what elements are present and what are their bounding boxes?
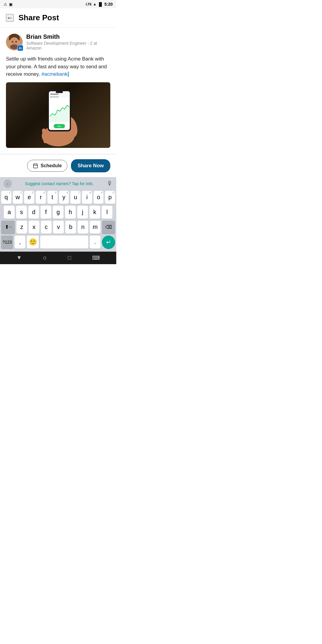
key-d[interactable]: d [28, 206, 39, 219]
share-now-button[interactable]: Share Now [71, 159, 110, 172]
key-f[interactable]: f [41, 206, 51, 219]
action-bar: Schedule Share Now [0, 154, 116, 177]
key-z[interactable]: z [16, 221, 27, 234]
emoji-key[interactable]: 🙂 [27, 236, 39, 249]
key-w[interactable]: w2 [13, 191, 23, 204]
keyboard-keys: q1 w2 e3 r4 t5 y6 u7 i8 o9 p0 a s d f g … [0, 190, 116, 249]
key-r[interactable]: r4 [36, 191, 46, 204]
key-p[interactable]: p0 [105, 191, 115, 204]
sim-icon: ▣ [9, 2, 13, 7]
svg-rect-23 [56, 91, 63, 93]
nav-keyboard-icon[interactable]: ⌨ [92, 255, 100, 261]
user-text: Brian Smith Software Development Enginee… [26, 33, 110, 50]
numbers-key[interactable]: ?123 [1, 236, 13, 249]
key-u[interactable]: u7 [70, 191, 80, 204]
time-display: 5:20 [104, 2, 113, 7]
linkedin-badge: in [17, 45, 23, 51]
status-bar: ⚠ ▣ LTE ▲ ▐▌ 5:20 [0, 0, 116, 8]
lte-icon: LTE [86, 2, 92, 6]
post-text[interactable]: Settle up with friends using Acme Bank w… [6, 55, 110, 78]
microphone-icon[interactable]: 🎙 [107, 180, 113, 187]
keyboard-area: › Suggest contact names? Tap for info. 🎙… [0, 177, 116, 252]
key-o[interactable]: o9 [94, 191, 104, 204]
page-header: ← Share Post [0, 8, 116, 27]
shift-key[interactable]: ⬆— [1, 221, 15, 234]
svg-point-5 [16, 41, 17, 42]
key-row-4: ?123 , 🙂 . ↵ [1, 236, 115, 249]
status-left-icons: ⚠ ▣ [4, 2, 13, 7]
key-b[interactable]: b [65, 221, 76, 234]
key-j[interactable]: j [77, 206, 88, 219]
key-v[interactable]: v [53, 221, 64, 234]
schedule-label: Schedule [41, 163, 62, 168]
key-l[interactable]: l [102, 206, 112, 219]
key-row-1: q1 w2 e3 r4 t5 y6 u7 i8 o9 p0 [1, 191, 115, 204]
svg-point-6 [14, 43, 15, 44]
key-e[interactable]: e3 [24, 191, 34, 204]
battery-icon: ▐▌ [98, 2, 103, 7]
bottom-nav: ▼ ○ □ ⌨ [0, 252, 116, 264]
backspace-key[interactable]: ⌫ [102, 221, 115, 234]
key-q[interactable]: q1 [1, 191, 11, 204]
key-a[interactable]: a [4, 206, 15, 219]
key-m[interactable]: m [90, 221, 100, 234]
schedule-button[interactable]: Schedule [27, 160, 67, 172]
status-right-icons: LTE ▲ ▐▌ 5:20 [86, 2, 113, 7]
user-job-title: Software Development Engineer - 2 at Ama… [26, 41, 110, 50]
key-n[interactable]: n [78, 221, 88, 234]
svg-rect-12 [51, 131, 55, 143]
svg-point-4 [12, 41, 13, 42]
comma-key[interactable]: , [15, 236, 25, 249]
calendar-icon [33, 163, 38, 168]
avatar-wrapper: in [6, 34, 23, 50]
key-t[interactable]: t5 [47, 191, 58, 204]
warning-icon: ⚠ [4, 2, 7, 7]
svg-text:Amazon: Amazon [50, 93, 58, 95]
key-k[interactable]: k [89, 206, 100, 219]
key-h[interactable]: h [65, 206, 76, 219]
period-key[interactable]: . [90, 236, 100, 249]
keyboard-suggestion-bar: › Suggest contact names? Tap for info. 🎙 [0, 177, 116, 190]
svg-text:Buy: Buy [58, 125, 61, 128]
nav-recents-icon[interactable]: □ [68, 255, 71, 261]
phone-in-hand-svg: Amazon $1,672.60 Buy [31, 84, 85, 146]
key-y[interactable]: y6 [59, 191, 69, 204]
nav-back-icon[interactable]: ▼ [16, 255, 22, 261]
key-row-2: a s d f g h j k l [1, 206, 115, 219]
key-s[interactable]: s [16, 206, 27, 219]
back-button[interactable]: ← [6, 14, 14, 22]
svg-text:$1,672.60: $1,672.60 [50, 96, 58, 98]
svg-rect-24 [33, 164, 38, 168]
key-i[interactable]: i8 [82, 191, 92, 204]
space-key[interactable] [40, 236, 88, 249]
post-hashtag: #acmebank [41, 71, 68, 77]
key-g[interactable]: g [53, 206, 64, 219]
user-info: in Brian Smith Software Development Engi… [6, 33, 110, 50]
key-c[interactable]: c [41, 221, 52, 234]
keyboard-expand-button[interactable]: › [4, 179, 12, 188]
enter-key[interactable]: ↵ [102, 236, 115, 249]
key-row-3: ⬆— z x c v b n m ⌫ [1, 221, 115, 234]
nav-home-icon[interactable]: ○ [43, 254, 47, 262]
user-name: Brian Smith [26, 33, 110, 40]
text-cursor [68, 72, 69, 77]
key-x[interactable]: x [29, 221, 39, 234]
post-image: Amazon $1,672.60 Buy [6, 82, 110, 148]
page-title: Share Post [18, 13, 59, 22]
post-area: in Brian Smith Software Development Engi… [0, 27, 116, 154]
keyboard-suggestion-text[interactable]: Suggest contact names? Tap for info. [12, 181, 107, 186]
signal-icon: ▲ [93, 2, 97, 6]
